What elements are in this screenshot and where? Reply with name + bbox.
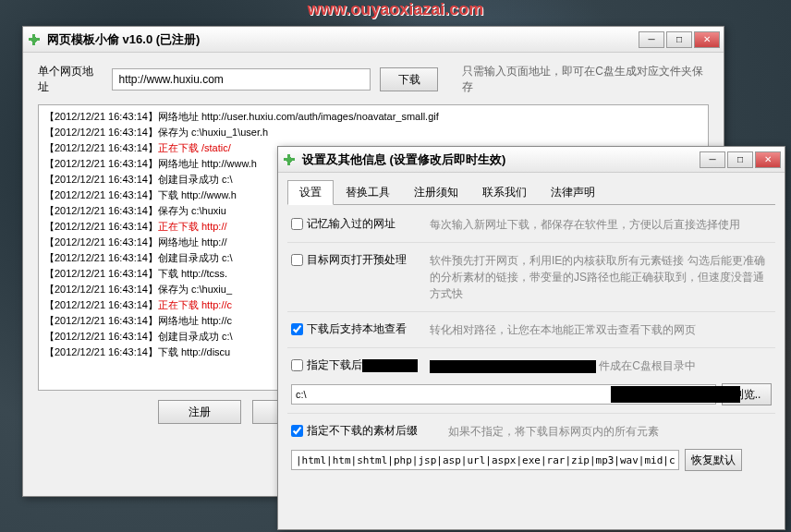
preprocess-label: 目标网页打开预处理 bbox=[307, 252, 407, 268]
ext-input[interactable] bbox=[291, 450, 679, 470]
specify-path-checkbox[interactable] bbox=[291, 359, 303, 371]
hint-text: 只需输入页面地址，即可在C盘生成对应文件夹保存 bbox=[462, 64, 709, 95]
main-titlebar: 网页模板小偷 v16.0 (已注册) ─ □ ✕ bbox=[23, 27, 724, 53]
maximize-button[interactable]: □ bbox=[666, 31, 692, 48]
register-button[interactable]: 注册 bbox=[158, 400, 241, 424]
local-view-label: 下载后支持本地查看 bbox=[307, 321, 407, 337]
download-button[interactable]: 下载 bbox=[380, 67, 438, 91]
main-title: 网页模板小偷 v16.0 (已注册) bbox=[47, 31, 639, 48]
exclude-ext-desc: 如果不指定，将下载目标网页内的所有元素 bbox=[448, 423, 772, 440]
local-view-desc: 转化相对路径，让您在本地能正常双击查看下载的网页 bbox=[430, 321, 772, 338]
log-line: 【2012/12/21 16:43:14】保存为 c:\huxiu_1\user… bbox=[44, 125, 702, 140]
url-input[interactable] bbox=[112, 68, 371, 91]
url-label: 单个网页地址 bbox=[38, 64, 103, 95]
settings-icon bbox=[282, 152, 297, 167]
local-view-checkbox[interactable] bbox=[291, 323, 303, 335]
tab-3[interactable]: 联系我们 bbox=[470, 180, 539, 204]
log-line: 【2012/12/21 16:43:14】网络地址 http://user.hu… bbox=[44, 109, 702, 125]
specify-path-label: 指定下载后 bbox=[307, 357, 418, 373]
remember-url-desc: 每次输入新网址下载，都保存在软件里，方便以后直接选择使用 bbox=[430, 216, 772, 233]
remember-url-label: 记忆输入过的网址 bbox=[307, 216, 396, 232]
remember-url-checkbox[interactable] bbox=[291, 218, 303, 230]
settings-titlebar: 设置及其他信息 (设置修改后即时生效) ─ □ ✕ bbox=[278, 147, 785, 173]
settings-maximize-button[interactable]: □ bbox=[727, 151, 753, 168]
settings-tabs: 设置替换工具注册须知联系我们法律声明 bbox=[287, 180, 775, 205]
exclude-ext-checkbox[interactable] bbox=[291, 425, 303, 437]
preprocess-checkbox[interactable] bbox=[291, 254, 303, 266]
tab-2[interactable]: 注册须知 bbox=[402, 180, 470, 204]
specify-path-desc: 件成在C盘根目录中 bbox=[430, 357, 772, 374]
settings-minimize-button[interactable]: ─ bbox=[700, 151, 725, 168]
minimize-button[interactable]: ─ bbox=[639, 31, 664, 48]
tab-0[interactable]: 设置 bbox=[287, 180, 334, 205]
settings-title: 设置及其他信息 (设置修改后即时生效) bbox=[302, 151, 700, 168]
settings-window: 设置及其他信息 (设置修改后即时生效) ─ □ ✕ 设置替换工具注册须知联系我们… bbox=[277, 146, 785, 530]
exclude-ext-label: 指定不下载的素材后缀 bbox=[307, 423, 418, 439]
tab-1[interactable]: 替换工具 bbox=[334, 180, 402, 204]
restore-default-button[interactable]: 恢复默认 bbox=[685, 449, 742, 471]
close-button[interactable]: ✕ bbox=[694, 31, 720, 48]
settings-close-button[interactable]: ✕ bbox=[755, 151, 781, 168]
watermark-text: www.ouyaoxiazai.com bbox=[308, 0, 483, 19]
app-icon bbox=[27, 32, 42, 47]
tab-4[interactable]: 法律声明 bbox=[539, 180, 607, 204]
preprocess-desc: 软件预先打开网页，利用IE的内核获取所有元素链接 勾选后能更准确的分析素材的链接… bbox=[430, 252, 772, 302]
